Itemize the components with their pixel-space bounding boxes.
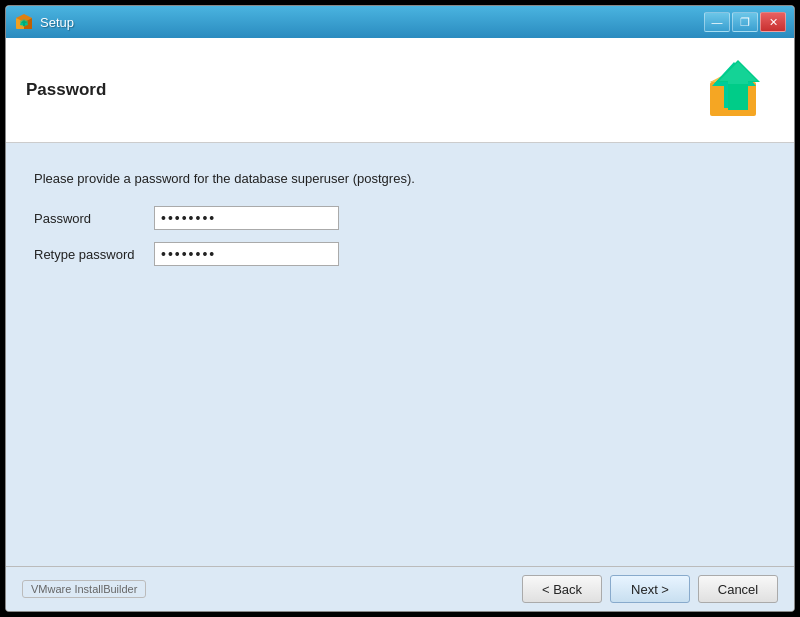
- next-button[interactable]: Next >: [610, 575, 690, 603]
- close-button[interactable]: ✕: [760, 12, 786, 32]
- password-label: Password: [34, 211, 154, 226]
- footer: VMware InstallBuilder < Back Next > Canc…: [6, 566, 794, 611]
- brand-label: VMware InstallBuilder: [22, 580, 522, 598]
- page-title: Password: [26, 80, 106, 100]
- password-row: Password: [34, 206, 766, 230]
- minimize-button[interactable]: —: [704, 12, 730, 32]
- footer-buttons: < Back Next > Cancel: [522, 575, 778, 603]
- retype-password-input[interactable]: [154, 242, 339, 266]
- window-control-buttons: — ❐ ✕: [704, 12, 786, 32]
- header-panel: Password: [6, 38, 794, 143]
- retype-password-label: Retype password: [34, 247, 154, 262]
- content-area: Please provide a password for the databa…: [6, 143, 794, 566]
- setup-window: Setup — ❐ ✕ Password Ple: [5, 5, 795, 612]
- retype-password-row: Retype password: [34, 242, 766, 266]
- window-icon: [14, 12, 34, 32]
- cancel-button[interactable]: Cancel: [698, 575, 778, 603]
- password-input[interactable]: [154, 206, 339, 230]
- description-text: Please provide a password for the databa…: [34, 171, 766, 186]
- brand-box: VMware InstallBuilder: [22, 580, 146, 598]
- maximize-button[interactable]: ❐: [732, 12, 758, 32]
- header-icon: [702, 54, 774, 126]
- back-button[interactable]: < Back: [522, 575, 602, 603]
- window-title: Setup: [40, 15, 704, 30]
- title-bar: Setup — ❐ ✕: [6, 6, 794, 38]
